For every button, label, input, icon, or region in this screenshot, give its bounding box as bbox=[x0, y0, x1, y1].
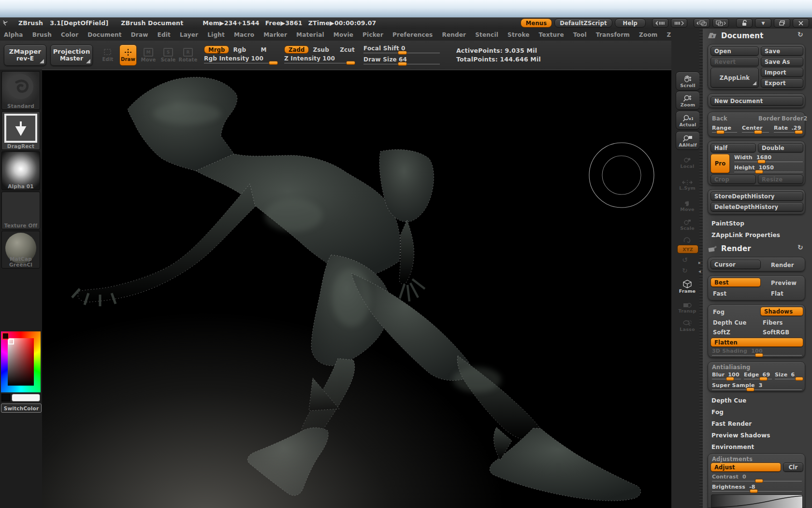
focal-shift-slider[interactable]: Focal Shift0 bbox=[363, 45, 440, 55]
zmapper-button[interactable]: ZMapper rev-E bbox=[4, 45, 46, 66]
back-button[interactable]: Back bbox=[712, 115, 727, 122]
menu-item-render[interactable]: Render bbox=[442, 31, 466, 38]
rate-slider[interactable]: Rate .29 bbox=[774, 125, 803, 134]
menu-item-light[interactable]: Light bbox=[207, 31, 225, 38]
spin-z-icon[interactable]: ↻ bbox=[682, 267, 688, 274]
render-reset-icon[interactable]: ↻ bbox=[798, 243, 803, 251]
export-button[interactable]: Export bbox=[761, 78, 803, 88]
render-panel-header[interactable]: Render ↻ bbox=[708, 243, 807, 254]
contrast-slider[interactable]: Contrast 0 bbox=[712, 474, 802, 483]
softrgb-toggle[interactable]: SoftRGB bbox=[763, 329, 789, 336]
half-button[interactable]: Half bbox=[710, 143, 756, 152]
menu-item-marker[interactable]: Marker bbox=[263, 31, 287, 38]
center-slider[interactable]: Center bbox=[742, 125, 769, 134]
menu-item-transform[interactable]: Transform bbox=[596, 31, 630, 38]
divider-collapse-icon[interactable]: ◂ bbox=[698, 269, 701, 274]
restore-button[interactable] bbox=[774, 18, 790, 28]
save-as-button[interactable]: Save As bbox=[761, 57, 803, 66]
zcut-button[interactable]: Zcut bbox=[340, 46, 355, 53]
m-button[interactable]: M bbox=[261, 46, 266, 53]
shrink-ui-button[interactable] bbox=[652, 18, 668, 28]
xyz-rotate-button[interactable]: XYZ bbox=[677, 245, 698, 254]
actual-size-button[interactable]: x1 Actual bbox=[676, 111, 700, 130]
transp-button[interactable]: Transp bbox=[676, 299, 699, 316]
preview-render-button[interactable]: Preview bbox=[771, 280, 797, 286]
alpha-thumbnail[interactable]: Alpha 01 bbox=[1, 151, 40, 190]
range-slider[interactable]: Range bbox=[712, 125, 737, 134]
store-depth-history-button[interactable]: StoreDepthHistory bbox=[710, 192, 803, 201]
menu-item-material[interactable]: Material bbox=[296, 31, 324, 38]
color-picker[interactable] bbox=[1, 331, 41, 392]
lasso-button[interactable]: Lasso bbox=[676, 316, 699, 334]
paintstop-section[interactable]: PaintStop bbox=[711, 220, 744, 227]
z-intensity-slider[interactable]: Z Intensity100 bbox=[284, 55, 353, 65]
menu-item-zoom[interactable]: Zoom bbox=[639, 31, 658, 38]
menu-item-picker[interactable]: Picker bbox=[362, 31, 383, 38]
secondary-color-swatch[interactable] bbox=[1, 394, 10, 402]
menu-item-stroke[interactable]: Stroke bbox=[508, 31, 530, 38]
cursor-button[interactable]: Cursor bbox=[710, 260, 761, 269]
best-render-button[interactable]: Best bbox=[710, 278, 761, 287]
fog-toggle[interactable]: Fog bbox=[713, 309, 725, 315]
pro-button[interactable]: Pro bbox=[710, 154, 730, 173]
flat-render-button[interactable]: Flat bbox=[771, 290, 783, 297]
projection-master-button[interactable]: Projection Master bbox=[50, 45, 93, 66]
border-button[interactable]: Border bbox=[758, 115, 780, 122]
menu-item-edit[interactable]: Edit bbox=[158, 31, 171, 38]
size-slider[interactable]: Size 6 bbox=[775, 372, 802, 381]
move-mode-button[interactable]: M Move bbox=[140, 45, 157, 65]
resize-button[interactable]: Resize bbox=[758, 175, 803, 184]
menu-item-tool[interactable]: Tool bbox=[573, 31, 587, 38]
menu-item-alpha[interactable]: Alpha bbox=[4, 31, 23, 38]
render-button[interactable]: Render bbox=[771, 262, 794, 269]
crop-button[interactable]: Crop bbox=[710, 175, 756, 184]
fast-render-button[interactable]: Fast bbox=[713, 290, 726, 297]
document-reset-icon[interactable]: ↻ bbox=[798, 30, 803, 38]
brush-thumbnail[interactable]: Standard bbox=[1, 71, 40, 110]
stroke-thumbnail[interactable]: DragRect bbox=[1, 111, 40, 150]
menu-item-movie[interactable]: Movie bbox=[334, 31, 353, 38]
menu-item-brush[interactable]: Brush bbox=[32, 31, 52, 38]
draw-size-slider[interactable]: Draw Size64 bbox=[363, 56, 440, 66]
border2-button[interactable]: Border2 bbox=[782, 115, 807, 122]
panel-divider[interactable]: ▸ ◂ bbox=[699, 29, 703, 508]
shading-slider[interactable]: 3D Shading 100 bbox=[712, 348, 802, 357]
zapplink-button[interactable]: ZAppLink bbox=[710, 68, 759, 88]
depth-cue-toggle[interactable]: Depth Cue bbox=[713, 319, 747, 326]
menu-item-document[interactable]: Document bbox=[87, 31, 121, 38]
scroll-tool-button[interactable]: Scroll bbox=[676, 72, 700, 90]
strip-move-button[interactable]: Move bbox=[676, 196, 699, 214]
depth-cue-section[interactable]: Depth Cue bbox=[711, 397, 746, 404]
prev-document-button[interactable] bbox=[694, 18, 710, 28]
adjustment-curve-widget[interactable] bbox=[711, 494, 803, 508]
rotate-mode-button[interactable]: R Rotate bbox=[180, 45, 196, 65]
menu-item-stencil[interactable]: Stencil bbox=[475, 31, 498, 38]
scale-mode-button[interactable]: S Scale bbox=[160, 45, 176, 65]
material-thumbnail[interactable]: MatCap GreenCl bbox=[1, 231, 40, 269]
delete-depth-history-button[interactable]: DeleteDepthHistory bbox=[710, 202, 803, 211]
strip-scale-button[interactable]: Scale bbox=[676, 215, 699, 233]
zapplink-properties-section[interactable]: ZAppLink Properties bbox=[711, 232, 780, 239]
clr-button[interactable]: Clr bbox=[783, 463, 803, 472]
shadows-toggle[interactable]: Shadows bbox=[760, 307, 803, 316]
color-cursor[interactable] bbox=[8, 339, 14, 344]
document-panel-header[interactable]: z Document ↻ bbox=[708, 30, 807, 41]
zadd-button[interactable]: Zadd bbox=[284, 45, 309, 54]
menu-item-layer[interactable]: Layer bbox=[180, 31, 198, 38]
width-slider[interactable]: Width 1680 bbox=[734, 154, 803, 164]
local-pivot-button[interactable]: Local bbox=[676, 153, 699, 171]
default-zscript-button[interactable]: DefaultZScript bbox=[554, 18, 612, 28]
menus-toggle-button[interactable]: Menus bbox=[521, 18, 552, 28]
lock-button[interactable] bbox=[736, 18, 753, 28]
revert-button[interactable]: Revert bbox=[710, 57, 759, 66]
divider-expand-icon[interactable]: ▸ bbox=[698, 260, 701, 265]
save-button[interactable]: Save bbox=[761, 46, 803, 56]
zoom-tool-button[interactable]: Zoom bbox=[676, 91, 700, 110]
zsub-button[interactable]: Zsub bbox=[313, 46, 329, 53]
super-sample-slider[interactable]: Super Sample 3 bbox=[712, 382, 802, 391]
preview-shadows-section[interactable]: Preview Shadows bbox=[711, 432, 770, 439]
softz-toggle[interactable]: SoftZ bbox=[713, 329, 730, 336]
help-button[interactable]: Help bbox=[615, 18, 646, 28]
close-button[interactable] bbox=[793, 18, 809, 28]
fog-section[interactable]: Fog bbox=[711, 409, 724, 416]
